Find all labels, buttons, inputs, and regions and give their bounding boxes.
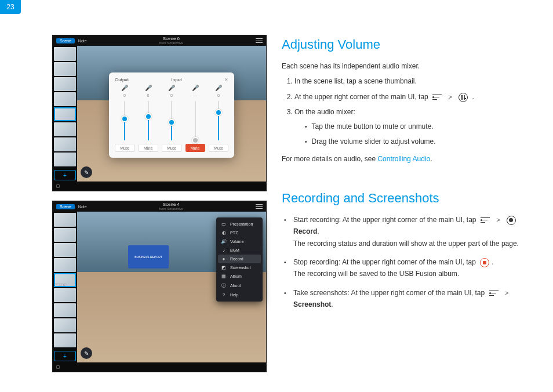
scene-thumb[interactable] <box>54 288 76 302</box>
mute-button[interactable]: Mute <box>209 144 228 152</box>
menu-item-icon: ▭ <box>221 222 227 227</box>
stop-record-icon <box>479 259 490 267</box>
menu-item-label: Volume <box>230 239 243 244</box>
volume-slider[interactable] <box>195 101 196 140</box>
scene-thumb[interactable] <box>54 62 76 76</box>
menu-icon[interactable] <box>256 204 263 209</box>
menu-item-label: Record <box>230 257 243 261</box>
scene-thumb[interactable] <box>54 243 76 257</box>
main-preview: Output Input ✕ 🎤0Mute🎤0Mute🎤0Mute🎤—Mute🎤… <box>77 46 266 182</box>
main-preview: BUSINESS REPORT ▭Presentation◐PTZ🔊Volume… <box>77 212 266 362</box>
scene-pill[interactable]: Scene <box>56 204 75 209</box>
menu-item-icon: ● <box>221 256 227 262</box>
scene-title: Scene 6 from Scratchive <box>90 37 252 45</box>
menu-icon[interactable] <box>256 38 263 43</box>
mixer-channel: 🎤0Mute <box>139 85 158 152</box>
mute-button[interactable]: Mute <box>185 144 205 152</box>
volume-slider[interactable] <box>218 101 219 140</box>
menu-item-label: BGM <box>230 248 239 252</box>
bullet-stop-recording: Stop recording: At the upper right corne… <box>284 256 536 280</box>
substep-drag: Drag the volume slider to adjust volume. <box>305 136 536 147</box>
mute-button[interactable]: Mute <box>139 144 158 152</box>
heading-recording: Recording and Screenshots <box>282 191 536 206</box>
sliders-icon <box>457 93 469 101</box>
menu-item-bgm[interactable]: ♪BGM <box>216 246 263 255</box>
volume-slider[interactable] <box>124 101 125 140</box>
step-1: In the scene list, tap a scene thumbnail… <box>294 75 536 87</box>
menu-item-label: Screenshot <box>230 266 250 270</box>
scene-thumb[interactable] <box>54 137 76 151</box>
menu-item-screenshot[interactable]: ◩Screenshot <box>216 263 263 272</box>
scene-thumb[interactable] <box>54 122 76 136</box>
presentation-board: BUSINESS REPORT <box>128 245 169 268</box>
menu-item-icon: 🔊 <box>221 239 227 244</box>
mic-icon: 🎤 <box>121 85 128 91</box>
link-controlling-audio[interactable]: Controlling Audio <box>377 155 430 163</box>
keyword-record: Record <box>293 227 317 235</box>
menu-item-album[interactable]: ▦Album <box>216 272 263 281</box>
menu-item-label: Presentation <box>230 222 253 226</box>
menu-item-presentation[interactable]: ▭Presentation <box>216 220 263 228</box>
menu-item-label: About <box>230 284 241 288</box>
menu-lines-icon <box>488 289 500 297</box>
menu-item-label: Help <box>230 293 238 297</box>
bullet-screenshot: Take screenshots: At the upper right cor… <box>284 287 536 311</box>
menu-lines-icon <box>431 93 443 101</box>
mute-button[interactable]: Mute <box>162 144 181 152</box>
bottom-indicator <box>56 184 60 188</box>
menu-item-label: PTZ <box>230 231 238 235</box>
scene-thumb[interactable] <box>54 228 76 242</box>
volume-slider[interactable] <box>148 101 149 140</box>
menu-item-label: Album <box>230 274 242 278</box>
scene-thumb[interactable] <box>54 213 76 227</box>
menu-item-about[interactable]: ⓘAbout <box>216 281 263 291</box>
scene-thumb[interactable] <box>54 258 76 272</box>
mixer-channel: 🎤0Mute <box>115 85 134 152</box>
step-3: On the audio mixer: Tap the mute button … <box>294 106 536 147</box>
note-tab[interactable]: Note <box>78 205 87 209</box>
menu-item-volume[interactable]: 🔊Volume <box>216 237 263 246</box>
scene-thumb[interactable] <box>54 318 76 332</box>
bullet-start-recording: Start recording: At the upper right corn… <box>284 214 536 249</box>
main-menu-popover: ▭Presentation◐PTZ🔊Volume♪BGM●Record◩Scre… <box>216 217 263 302</box>
mixer-channel: 🎤0Mute <box>162 85 181 152</box>
scene-thumb[interactable] <box>54 77 76 91</box>
note-tab[interactable]: Note <box>78 39 87 43</box>
edit-icon[interactable]: ✎ <box>81 166 92 178</box>
record-icon <box>505 216 517 224</box>
menu-item-record[interactable]: ●Record <box>218 255 261 263</box>
add-scene-button[interactable]: + <box>54 351 76 361</box>
volume-slider[interactable] <box>171 101 172 140</box>
close-icon[interactable]: ✕ <box>224 77 228 82</box>
scene-pill[interactable]: Scene <box>56 38 75 43</box>
intro-text: Each scene has its independent audio mix… <box>282 60 536 72</box>
page-number-tab: 23 <box>0 0 21 14</box>
add-scene-button[interactable]: + <box>54 170 76 180</box>
menu-item-help[interactable]: ?Help <box>216 291 263 299</box>
mic-icon: 🎤 <box>145 85 152 91</box>
scene-thumb[interactable] <box>54 47 76 61</box>
channel-value: 0 <box>147 93 150 97</box>
menu-item-ptz[interactable]: ◐PTZ <box>216 228 263 237</box>
audio-mixer-panel: Output Input ✕ 🎤0Mute🎤0Mute🎤0Mute🎤—Mute🎤… <box>109 72 234 158</box>
breadcrumb-separator: > <box>496 216 500 223</box>
edit-icon[interactable]: ✎ <box>81 347 92 359</box>
scene-thumb[interactable] <box>54 92 76 106</box>
channel-value: 0 <box>123 93 126 97</box>
scene-thumb[interactable] <box>54 333 76 347</box>
menu-item-icon: ⓘ <box>221 282 227 289</box>
scene-thumb[interactable] <box>54 303 76 317</box>
menu-item-icon: ◐ <box>221 230 227 235</box>
mixer-tab-input[interactable]: Input <box>172 77 182 82</box>
channel-value: 0 <box>170 93 173 97</box>
scene-thumbnail-list: Scene 4 + <box>53 212 77 362</box>
scene-thumbnail-list: + <box>53 46 77 182</box>
step-2: At the upper right corner of the main UI… <box>294 91 536 103</box>
scene-thumb-selected[interactable]: Scene 4 <box>54 273 76 287</box>
screenshot-audio-mixer: Scene Note Scene 6 from Scratchive <box>52 35 267 191</box>
scene-thumb-selected[interactable] <box>54 107 76 121</box>
scene-thumb[interactable] <box>54 153 76 166</box>
mixer-tab-output[interactable]: Output <box>115 77 129 82</box>
mute-button[interactable]: Mute <box>115 144 134 152</box>
keyword-screenshot: Screenshot <box>293 300 331 308</box>
